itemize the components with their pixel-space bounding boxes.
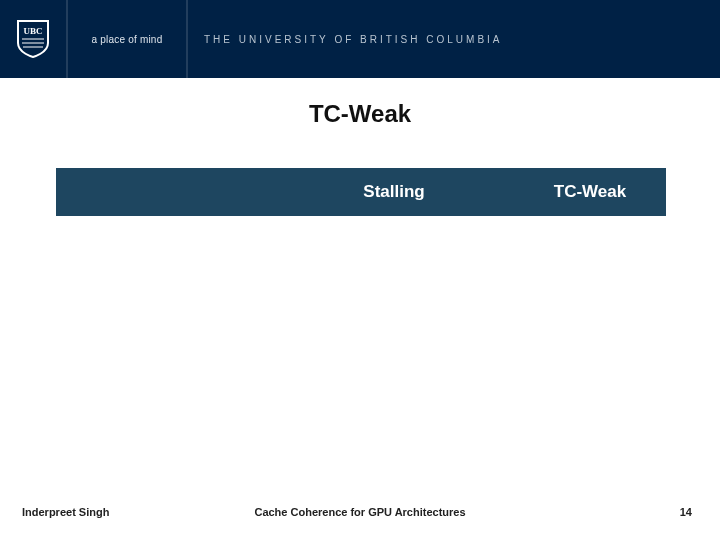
footer-author: Inderpreet Singh (22, 506, 109, 518)
footer: Inderpreet Singh Cache Coherence for GPU… (0, 506, 720, 518)
comparison-col-tcweak: TC-Weak (514, 182, 666, 202)
ubc-crest-icon: UBC (16, 19, 50, 59)
ubc-logo-cell: UBC (0, 0, 66, 78)
footer-page-number: 14 (680, 506, 692, 518)
header-bar: UBC a place of mind The University of Br… (0, 0, 720, 78)
comparison-header-bar: Stalling TC-Weak (56, 168, 666, 216)
tagline-cell: a place of mind (68, 0, 186, 78)
slide-title: TC-Weak (0, 100, 720, 128)
university-name: The University of British Columbia (204, 34, 503, 45)
svg-text:UBC: UBC (23, 26, 42, 36)
university-cell: The University of British Columbia (188, 0, 720, 78)
ubc-logo: UBC (16, 19, 50, 59)
footer-talk-title: Cache Coherence for GPU Architectures (254, 506, 465, 518)
comparison-col-stalling: Stalling (274, 182, 514, 202)
tagline-text: a place of mind (92, 34, 163, 45)
slide: UBC a place of mind The University of Br… (0, 0, 720, 540)
